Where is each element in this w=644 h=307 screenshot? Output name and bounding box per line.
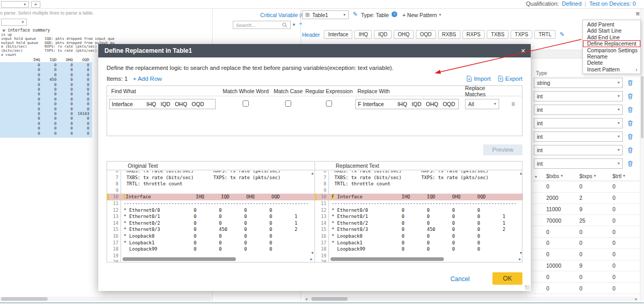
add-row-button[interactable]: + Add Row: [133, 76, 162, 82]
chevron-down-icon[interactable]: [594, 174, 596, 178]
menu-item[interactable]: Add Parent: [583, 21, 640, 27]
test-on-devices-link[interactable]: Test on Devices: 0: [589, 1, 636, 7]
trash-icon[interactable]: [627, 107, 633, 113]
replacement-text-code[interactable]: 6 RXBS: rx rate (bits/sec) RXPS: rx rate…: [315, 171, 523, 262]
scrollbar-thumb[interactable]: [331, 257, 444, 261]
cell-txbs: 70000: [546, 217, 579, 224]
header-column-chip[interactable]: IHQ: [354, 30, 372, 39]
menu-item[interactable]: Rename: [583, 53, 640, 60]
panel-menu-icon[interactable]: [636, 10, 640, 18]
line-text: Loopback99 0 0 0 0: [121, 246, 314, 253]
trash-icon[interactable]: [627, 147, 633, 153]
row-menu-icon[interactable]: [511, 100, 515, 108]
edit-table-icon[interactable]: [353, 11, 357, 18]
cell-trtl: 0: [612, 217, 639, 224]
qualification-value-link[interactable]: Defined: [562, 1, 581, 7]
match-whole-word-checkbox[interactable]: [243, 100, 249, 107]
close-icon[interactable]: [521, 48, 526, 54]
type-select[interactable]: int: [534, 91, 623, 101]
header-column-chip[interactable]: RXBS: [438, 30, 460, 39]
header-column-chip[interactable]: IQD: [374, 30, 392, 39]
scrollbar-thumb[interactable]: [641, 76, 643, 138]
line-number: 12: [315, 207, 329, 214]
add-button[interactable]: [31, 1, 40, 8]
scroll-left-icon[interactable]: [305, 297, 307, 301]
table-row: 0 0 0: [533, 283, 639, 294]
menu-item[interactable]: Comparison Settings: [583, 47, 640, 53]
items-count: 1: [125, 76, 128, 82]
search-prev-button[interactable]: [293, 22, 295, 26]
header-column-chip[interactable]: TXBS: [487, 30, 508, 39]
header-column-chip[interactable]: TRTL: [534, 30, 556, 39]
chevron-down-icon: [22, 20, 24, 24]
scrollbar-thumb[interactable]: [311, 297, 348, 301]
cell-trtl: 0: [612, 262, 639, 269]
cell-txps: 0: [579, 240, 612, 246]
trash-icon[interactable]: [627, 80, 633, 86]
top-left-select[interactable]: [1, 1, 29, 8]
scroll-right-icon[interactable]: [519, 257, 521, 261]
dialog-titlebar[interactable]: Define Replacement in Table1: [98, 44, 531, 57]
import-button[interactable]: Import: [467, 76, 491, 82]
scroll-right-icon[interactable]: [310, 257, 312, 261]
search-input[interactable]: [236, 22, 282, 28]
menu-item[interactable]: Delete: [583, 60, 640, 66]
trash-icon[interactable]: [627, 134, 633, 140]
topbar-separator: |: [585, 1, 586, 7]
info-icon[interactable]: [392, 11, 397, 17]
header-column-chip[interactable]: OHQ: [394, 30, 414, 39]
resize-handle[interactable]: [525, 285, 530, 290]
table-select[interactable]: Table1: [302, 10, 349, 19]
type-select[interactable]: int: [534, 131, 623, 142]
horizontal-scrollbar[interactable]: [123, 257, 305, 261]
header-column-chip[interactable]: OQD: [416, 30, 436, 39]
match-case-checkbox[interactable]: [285, 100, 291, 107]
scrollbar-thumb[interactable]: [1, 297, 48, 301]
menu-item[interactable]: Insert Pattern: [583, 66, 640, 72]
scroll-right-icon[interactable]: [635, 297, 637, 301]
trash-icon[interactable]: [627, 120, 633, 126]
scroll-down-icon[interactable]: [520, 251, 522, 255]
trash-icon[interactable]: [627, 160, 633, 167]
type-select[interactable]: int: [534, 105, 623, 115]
header-column-chip[interactable]: RXPS: [462, 30, 485, 39]
sample-select[interactable]: [1, 19, 27, 26]
chevron-down-icon[interactable]: [561, 174, 563, 178]
menu-item[interactable]: Add End Line: [583, 34, 640, 40]
preview-button[interactable]: Preview: [483, 144, 522, 155]
menu-item[interactable]: Add Start Line: [583, 27, 640, 34]
sample-table-row: 0 0 0 0: [24, 101, 89, 106]
cell-txbs: 0: [546, 285, 579, 291]
trash-icon[interactable]: [627, 93, 633, 99]
chevron-down-icon: [618, 81, 620, 85]
chevron-down-icon: [618, 162, 620, 166]
regular-expression-checkbox[interactable]: [326, 100, 332, 107]
replace-with-input[interactable]: [355, 99, 459, 109]
scroll-up-icon[interactable]: [311, 171, 313, 176]
type-select[interactable]: string: [534, 78, 623, 88]
type-select[interactable]: int: [534, 158, 623, 169]
new-pattern-button[interactable]: + New Pattern: [402, 12, 441, 18]
scroll-up-icon[interactable]: [520, 171, 522, 176]
original-text-code[interactable]: 6 RXBS: rx rate (bits/sec) RXPS: rx rate…: [107, 171, 314, 262]
edit-columns-icon[interactable]: [560, 31, 564, 38]
replace-matches-select[interactable]: All: [465, 99, 499, 109]
horizontal-scrollbar[interactable]: [0, 297, 211, 301]
type-select[interactable]: int: [534, 145, 623, 155]
menu-item[interactable]: Define Replacement: [583, 40, 640, 47]
chevron-down-icon[interactable]: [623, 174, 625, 178]
scrollbar-thumb[interactable]: [123, 257, 236, 261]
scroll-down-icon[interactable]: [311, 251, 313, 255]
horizontal-scrollbar[interactable]: [331, 257, 514, 261]
cancel-button[interactable]: Cancel: [451, 275, 470, 283]
header-column-chip[interactable]: TXPS: [511, 30, 532, 39]
ok-button[interactable]: OK: [492, 272, 522, 285]
export-button[interactable]: Export: [498, 76, 522, 82]
chevron-down-icon: [618, 108, 620, 112]
filter-caret-icon[interactable]: [535, 174, 537, 179]
critical-variable-link[interactable]: Critical Variable (0): [260, 12, 306, 18]
find-what-input[interactable]: [109, 99, 216, 109]
type-select[interactable]: int: [534, 118, 623, 128]
horizontal-scrollbar[interactable]: [304, 297, 638, 301]
header-column-chip[interactable]: Interface: [324, 30, 352, 39]
